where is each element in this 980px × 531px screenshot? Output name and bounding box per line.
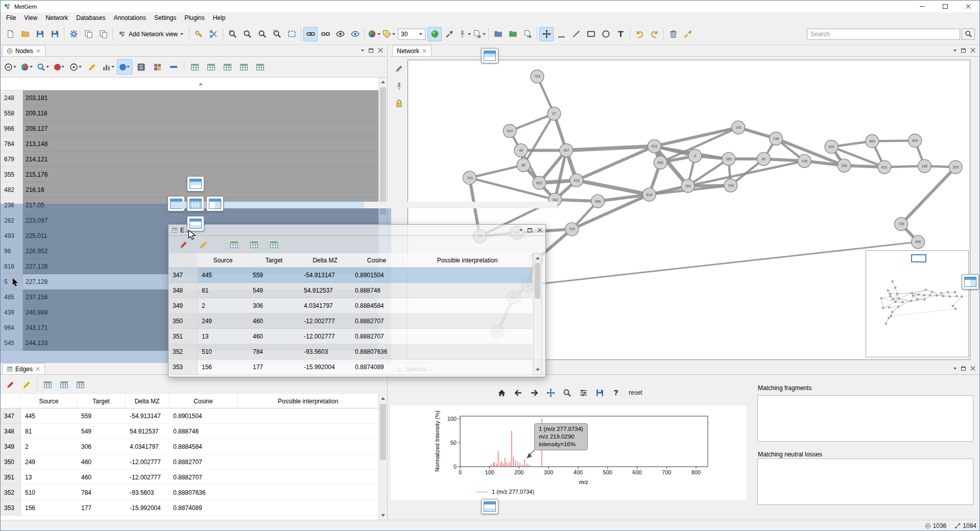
cell[interactable]: 559 (77, 408, 126, 424)
select-neighbors-button[interactable] (442, 27, 457, 41)
cell[interactable]: 348 (1, 424, 21, 439)
scrollbar-thumb[interactable] (380, 87, 386, 215)
float-window-icon[interactable] (961, 367, 966, 371)
import-group-mapping-button[interactable] (506, 27, 520, 41)
clear-annotations-button[interactable] (681, 27, 695, 41)
cell[interactable] (238, 439, 378, 454)
cell[interactable]: 4.0341797 (300, 298, 351, 313)
menu-view[interactable]: View (20, 13, 41, 23)
fit-to-window-button[interactable] (284, 27, 299, 41)
network-edge[interactable] (577, 146, 654, 180)
cell[interactable]: 445 (198, 268, 249, 283)
color-by-column-button[interactable] (19, 59, 34, 75)
cell[interactable] (238, 485, 378, 500)
cell[interactable]: 353 (169, 359, 198, 375)
nodes-table-row[interactable]: 764213,148 (1, 136, 378, 152)
close-button[interactable] (957, 1, 979, 12)
maximize-button[interactable] (934, 1, 957, 12)
cell[interactable]: 306 (77, 439, 126, 454)
edges-table-row[interactable]: 347445559-54.9131470.8901504 (1, 408, 378, 424)
menu-settings[interactable]: Settings (150, 13, 180, 23)
help-button[interactable]: ? (609, 386, 623, 399)
cell[interactable]: -93.5603 (126, 485, 169, 500)
cluster-colors-button[interactable] (150, 59, 165, 75)
reset-button[interactable]: reset (626, 388, 646, 398)
pin-nodes-button[interactable] (457, 27, 471, 41)
nodes-table-row[interactable]: 966209,127 (1, 121, 378, 136)
cell[interactable]: -12.002777 (126, 454, 169, 470)
edges-table-row[interactable]: 352510784-93.56030.88807636 (1, 485, 378, 500)
cell[interactable]: 0.8882707 (169, 470, 238, 485)
color-picker-button[interactable] (367, 27, 381, 41)
cell[interactable]: -12.002777 (126, 470, 169, 485)
zoom-rect-button[interactable] (560, 386, 573, 399)
cell[interactable]: 0.8882707 (169, 454, 238, 470)
floating-table-header[interactable]: SourceTargetDelta MZCosinePossible inter… (169, 253, 532, 268)
cell[interactable]: 445 (21, 408, 77, 424)
new-project-button[interactable] (3, 27, 17, 41)
cell[interactable] (403, 359, 532, 375)
cell[interactable]: 784 (249, 344, 300, 359)
network-edge[interactable] (566, 146, 654, 150)
open-project-button[interactable] (18, 27, 32, 41)
cell[interactable]: 510 (198, 344, 249, 359)
save-as-button[interactable] (47, 27, 62, 41)
cell[interactable]: 350 (1, 454, 21, 470)
import-metadata-button[interactable] (491, 27, 505, 41)
dock-guide-right[interactable] (206, 196, 224, 211)
cell[interactable] (403, 344, 532, 359)
edges-table-row[interactable]: 353156177-15.9920040.8874089 (1, 500, 378, 516)
cell[interactable]: -93.5603 (300, 344, 351, 359)
ellipse-tool-button[interactable] (599, 27, 613, 41)
cell[interactable]: 81 (21, 424, 77, 439)
tab-network[interactable]: Network (392, 45, 432, 56)
matching-fragments-box[interactable] (757, 395, 973, 442)
cell[interactable]: 460 (249, 329, 300, 344)
floating-table-scrollbar[interactable] (533, 253, 542, 375)
column-header-delta-mz[interactable]: Delta MZ (300, 253, 351, 267)
pie-by-column-button[interactable] (68, 59, 83, 75)
edges-table-row[interactable]: 34923064.03417970.8884584 (169, 298, 532, 313)
row-id[interactable]: 482 (1, 182, 23, 198)
edges-table-row[interactable]: 35113460-12.0027770.8882707 (1, 470, 378, 485)
matching-losses-box[interactable] (757, 458, 973, 505)
cell[interactable]: 347 (169, 268, 198, 283)
home-view-button[interactable] (495, 386, 508, 399)
scroll-up-icon[interactable] (379, 394, 387, 403)
float-window-icon[interactable] (369, 49, 373, 53)
cell[interactable]: 510 (21, 485, 77, 500)
cell[interactable] (238, 408, 378, 424)
add-network-view-button[interactable]: Add Network view (115, 27, 187, 41)
edges-table-view-button-3[interactable] (266, 237, 281, 252)
pan-tool-button[interactable] (544, 386, 557, 399)
minimap-viewport[interactable] (911, 254, 926, 262)
text-tool-button[interactable] (613, 27, 628, 41)
table-view-button-5[interactable] (252, 59, 268, 75)
dock-guide-top[interactable] (187, 176, 204, 191)
edges-table-view-button-1[interactable] (226, 237, 242, 252)
tab-nodes[interactable]: Nodes (2, 45, 45, 56)
dock-guide-edge-bottom[interactable] (481, 499, 498, 514)
network-edge[interactable] (523, 114, 554, 165)
cell[interactable]: 350 (169, 313, 198, 329)
close-icon[interactable] (36, 367, 40, 371)
column-header-cosine[interactable]: Cosine (169, 394, 238, 408)
column-header-delta-mz[interactable]: Delta MZ (126, 394, 169, 408)
cell[interactable]: 306 (249, 298, 300, 313)
diagonal-line-tool-button[interactable] (569, 27, 583, 41)
export-metadata-button[interactable] (520, 27, 535, 41)
edges-table-scrollbar[interactable] (378, 394, 387, 520)
save-project-button[interactable] (33, 27, 47, 41)
cell[interactable]: 4.0341797 (126, 439, 169, 454)
table-view-button-1[interactable] (187, 59, 202, 75)
save-figure-button[interactable] (593, 386, 606, 399)
row-value[interactable]: 209,118 (23, 106, 378, 121)
cell[interactable]: 13 (198, 329, 249, 344)
cell[interactable]: 549 (77, 424, 126, 439)
copy-button[interactable] (81, 27, 95, 41)
table-view-button-2[interactable] (203, 59, 219, 75)
column-header-cosine[interactable]: Cosine (351, 253, 403, 267)
network-edge[interactable] (469, 165, 523, 178)
highlight-selection-button[interactable] (35, 59, 51, 75)
table-view-button-3[interactable] (220, 59, 235, 75)
